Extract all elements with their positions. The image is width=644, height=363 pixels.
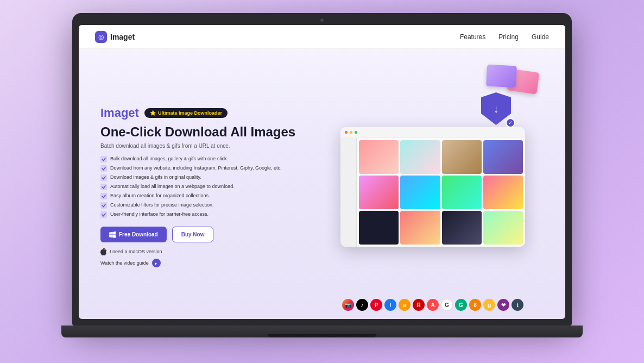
social-facebook: f [384,299,396,311]
check-icon-4 [100,184,107,190]
cta-buttons: Free Download Buy Now [100,227,322,242]
check-icon-5 [100,193,107,199]
social-amazon: a [399,299,411,311]
window-maximize-dot [355,131,357,134]
social-google: G [441,299,453,311]
thumbnail-12 [483,211,523,245]
feature-item-3: Download images & gifs in original quali… [100,174,322,181]
thumbnail-8 [483,176,523,209]
feature-item-2: Download from any website, including Ins… [100,165,322,172]
window-close-dot [345,131,348,134]
badge-text: Ultimate Image Downloader [158,110,222,116]
laptop-base [61,326,583,337]
windows-icon [109,231,116,238]
feature-item-7: User-friendly interface for barrier-free… [100,211,322,218]
check-icon-2 [100,165,107,172]
svg-rect-0 [100,156,107,162]
thumbnail-3 [442,140,482,174]
apple-icon [100,248,107,255]
social-tiktok: ♪ [356,299,368,311]
thumbnail-1 [359,140,399,174]
nav-guide[interactable]: Guide [532,33,549,41]
logo-icon: ◎ [95,31,107,43]
laptop-screen: ◎ Imaget Features Pricing Guide [79,25,565,319]
image-grid [357,138,525,247]
hero-subtitle: Batch download all images & gifs from a … [100,143,322,149]
check-icon-1 [100,156,107,162]
thumbnail-11 [442,211,482,245]
download-overlay: ↓ ✓ [481,92,511,125]
thumbnail-5 [359,176,399,209]
hero-right: ↓ ✓ [322,60,544,314]
product-screenshot [340,127,525,247]
free-download-button[interactable]: Free Download [100,227,167,242]
thumbnail-6 [400,176,440,209]
feature-item-1: Bulk download all images, gallery & gifs… [100,155,322,162]
check-icon-6 [100,202,107,209]
social-red: R [413,299,425,311]
nav-pricing[interactable]: Pricing [498,33,519,41]
screenshot-sidebar [340,138,357,247]
check-icon-3 [100,174,107,181]
hero-title: One-Click Download All Images [100,124,322,140]
svg-rect-4 [100,193,107,199]
social-grindr: g [483,299,495,311]
svg-rect-2 [100,174,107,181]
thumbnail-4 [483,140,523,174]
macos-link[interactable]: I need a macOS version [100,248,322,255]
check-verified-icon: ✓ [506,118,515,128]
hero-left: Imaget ⭐ Ultimate Image Downloader One-C… [100,106,322,268]
hero-badge: ⭐ Ultimate Image Downloader [144,108,228,118]
svg-rect-1 [100,165,107,172]
social-instagram: 📷 [342,299,354,311]
laptop-camera [320,18,324,22]
feature-item-4: Automatically load all images on a webpa… [100,183,322,190]
video-guide[interactable]: Watch the video guide ▶ [100,259,322,267]
svg-rect-6 [100,211,107,218]
social-orange: 8 [469,299,481,311]
feature-item-5: Easy album creation for organized collec… [100,192,322,199]
nav-features[interactable]: Features [460,33,485,41]
navbar: ◎ Imaget Features Pricing Guide [79,25,565,49]
social-purple: ❤ [497,299,509,311]
svg-rect-5 [100,202,107,209]
play-icon: ▶ [152,259,161,267]
screenshot-header [340,127,525,138]
thumbnail-10 [400,211,440,245]
feature-item-6: Customizable filters for precise image s… [100,202,322,209]
nav-logo: ◎ Imaget [95,31,135,43]
photo-card-2 [486,65,517,88]
website: ◎ Imaget Features Pricing Guide [79,25,565,319]
hero-brand-name: Imaget [100,106,139,120]
feature-list: Bulk download all images, gallery & gifs… [100,155,322,218]
hero-section: Imaget ⭐ Ultimate Image Downloader One-C… [79,49,565,319]
social-aliexpress: A [427,299,439,311]
thumbnail-9 [359,211,399,245]
nav-links: Features Pricing Guide [460,33,549,41]
download-arrow-icon: ↓ [494,103,499,115]
social-icons-row: 📷 ♪ P f a R A G G 8 g ❤ t [342,299,523,311]
laptop-outer: ◎ Imaget Features Pricing Guide [72,13,572,326]
svg-rect-3 [100,184,107,190]
hero-brand-row: Imaget ⭐ Ultimate Image Downloader [100,106,322,120]
thumbnail-2 [400,140,440,174]
logo-text: Imaget [110,33,135,41]
thumbnail-7 [442,176,482,209]
screenshot-body [340,138,525,247]
badge-star: ⭐ [150,110,156,116]
check-icon-7 [100,211,107,218]
window-minimize-dot [350,131,352,134]
laptop-wrapper: ◎ Imaget Features Pricing Guide [61,13,583,350]
buy-now-button[interactable]: Buy Now [172,227,214,242]
social-pinterest: P [370,299,382,311]
social-tumblr: t [512,299,523,311]
social-gif: G [455,299,467,311]
